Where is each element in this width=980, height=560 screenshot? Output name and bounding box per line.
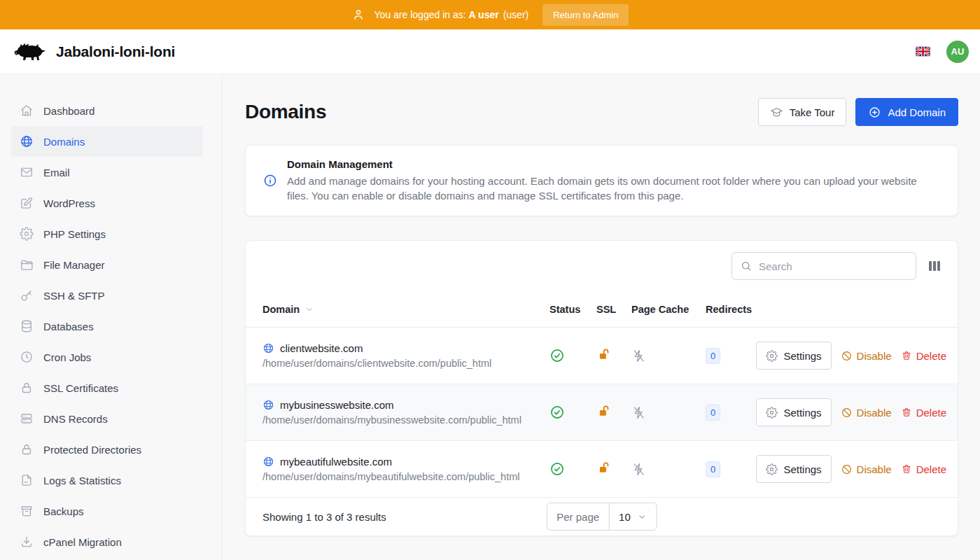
- sidebar-item-label: Dashboard: [43, 105, 94, 117]
- sidebar-item-cpanel-migration[interactable]: cPanel Migration: [11, 526, 202, 557]
- sidebar-item-label: Cron Jobs: [43, 351, 91, 363]
- per-page-label: Per page: [547, 503, 610, 530]
- sidebar-item-file-manager[interactable]: File Manager: [11, 249, 202, 280]
- boar-logo-icon: [13, 39, 49, 64]
- sidebar-item-php-settings[interactable]: PHP Settings: [11, 218, 202, 249]
- redirects-count-badge[interactable]: 0: [706, 461, 720, 477]
- gear-icon: [766, 407, 778, 419]
- impersonation-banner: You are logged in as: A user (user) Retu…: [0, 0, 980, 29]
- globe-icon: [20, 134, 34, 148]
- home-icon: [20, 104, 34, 118]
- disable-button[interactable]: Disable: [841, 463, 892, 475]
- sidebar-item-databases[interactable]: Databases: [11, 311, 202, 342]
- per-page-control: Per page 10: [546, 503, 657, 531]
- domain-path: /home/user/domains/clientwebsite.com/pub…: [262, 358, 550, 369]
- table-row: mybeautifulwebsite.com /home/user/domain…: [246, 441, 958, 498]
- trash-icon: [901, 463, 912, 475]
- sidebar-item-wordpress[interactable]: WordPress: [11, 188, 202, 218]
- domain-name: mybusinesswebsite.com: [280, 399, 394, 411]
- results-summary: Showing 1 to 3 of 3 results: [262, 511, 386, 523]
- sidebar-item-label: cPanel Migration: [43, 536, 122, 548]
- status-enabled-icon[interactable]: [550, 461, 596, 477]
- disable-button[interactable]: Disable: [841, 350, 892, 362]
- sidebar-item-label: Backups: [43, 505, 84, 517]
- user-avatar[interactable]: AU: [946, 41, 969, 63]
- trash-icon: [901, 350, 912, 361]
- graduation-cap-icon: [770, 106, 783, 119]
- sidebar-item-email[interactable]: Email: [11, 157, 202, 188]
- add-domain-button[interactable]: Add Domain: [855, 98, 958, 126]
- per-page-select[interactable]: 10: [610, 503, 657, 530]
- redirects-count-badge[interactable]: 0: [706, 348, 720, 364]
- column-header-status: Status: [550, 304, 596, 315]
- logged-in-role: (user): [503, 9, 529, 20]
- status-enabled-icon[interactable]: [550, 348, 596, 363]
- info-box-title: Domain Management: [287, 158, 941, 170]
- delete-button[interactable]: Delete: [901, 350, 946, 362]
- settings-button[interactable]: Settings: [756, 342, 831, 370]
- redirects-count-badge[interactable]: 0: [706, 405, 720, 421]
- sidebar-item-domains[interactable]: Domains: [11, 126, 202, 157]
- search-input[interactable]: [732, 252, 916, 280]
- page-cache-off-icon[interactable]: [631, 405, 706, 420]
- ban-icon: [841, 350, 853, 362]
- document-icon: [20, 473, 34, 487]
- domain-name: mybeautifulwebsite.com: [280, 456, 392, 468]
- column-visibility-button[interactable]: [928, 260, 941, 272]
- sidebar-item-label: WordPress: [43, 197, 95, 209]
- ban-icon: [841, 407, 853, 419]
- sidebar-item-logs-statistics[interactable]: Logs & Statistics: [11, 465, 202, 496]
- sidebar-item-label: File Manager: [43, 259, 105, 271]
- sidebar-item-label: Logs & Statistics: [43, 475, 121, 486]
- info-icon: [262, 173, 278, 188]
- take-tour-button[interactable]: Take Tour: [758, 98, 847, 126]
- sidebar-item-label: Domains: [43, 136, 85, 148]
- folder-icon: [20, 258, 34, 272]
- sidebar-item-ssl-certificates[interactable]: SSL Certificates: [11, 372, 202, 403]
- disable-button[interactable]: Disable: [841, 407, 892, 419]
- column-header-domain[interactable]: Domain: [262, 304, 550, 315]
- chevron-down-icon: [637, 512, 648, 522]
- globe-icon: [262, 342, 274, 354]
- settings-button[interactable]: Settings: [756, 455, 831, 483]
- sidebar-item-protected-directories[interactable]: Protected Directories: [11, 434, 202, 465]
- page-cache-off-icon[interactable]: [631, 462, 706, 477]
- sidebar-item-cron-jobs[interactable]: Cron Jobs: [11, 342, 202, 372]
- table-footer: Showing 1 to 3 of 3 results Per page 10: [246, 498, 958, 536]
- ssl-unlocked-icon[interactable]: [596, 461, 631, 478]
- domain-path: /home/user/domains/mybusinesswebsite.com…: [262, 414, 550, 426]
- return-to-admin-button[interactable]: Return to Admin: [542, 4, 629, 26]
- globe-icon: [262, 399, 274, 411]
- sidebar-item-label: PHP Settings: [43, 228, 106, 240]
- sidebar-item-label: SSL Certificates: [43, 382, 118, 394]
- delete-button[interactable]: Delete: [901, 407, 946, 419]
- sidebar-item-dns-records[interactable]: DNS Records: [11, 403, 202, 434]
- sidebar-item-label: Protected Directories: [43, 444, 141, 456]
- column-header-page-cache: Page Cache: [631, 304, 706, 315]
- clock-icon: [20, 350, 34, 364]
- language-selector[interactable]: [916, 46, 930, 57]
- sidebar-item-label: DNS Records: [43, 413, 108, 425]
- settings-button[interactable]: Settings: [756, 398, 831, 426]
- archive-icon: [20, 504, 34, 518]
- ban-icon: [841, 463, 853, 475]
- status-enabled-icon[interactable]: [550, 405, 596, 420]
- ssl-unlocked-icon[interactable]: [596, 347, 631, 365]
- sidebar-item-label: SSH & SFTP: [43, 290, 105, 302]
- ssl-unlocked-icon[interactable]: [596, 404, 631, 421]
- key-icon: [20, 288, 34, 302]
- domain-path: /home/user/domains/mybeautifulwebsite.co…: [262, 471, 550, 482]
- uk-flag-icon: [916, 46, 930, 57]
- lock-icon: [20, 442, 34, 456]
- mail-icon: [20, 165, 34, 179]
- logged-in-user: A user: [469, 9, 499, 20]
- domain-management-info-box: Domain Management Add and manage domains…: [245, 145, 958, 216]
- sidebar-item-dashboard[interactable]: Dashboard: [11, 95, 202, 126]
- plus-circle-icon: [868, 106, 881, 119]
- sidebar-item-backups[interactable]: Backups: [11, 496, 202, 526]
- sidebar-item-ssh-sftp[interactable]: SSH & SFTP: [11, 280, 202, 311]
- page-cache-off-icon[interactable]: [631, 349, 706, 363]
- pencil-square-icon: [20, 196, 34, 210]
- delete-button[interactable]: Delete: [901, 463, 946, 475]
- globe-icon: [262, 456, 274, 468]
